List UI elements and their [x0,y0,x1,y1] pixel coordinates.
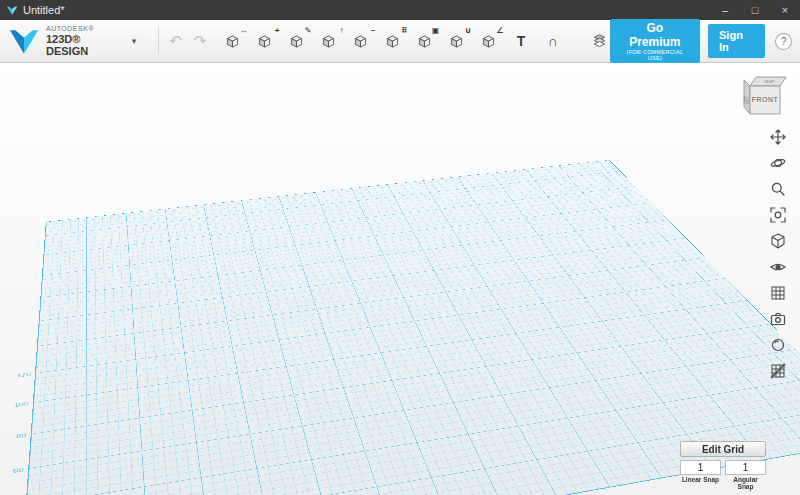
help-button[interactable]: ? [775,33,792,50]
view-cube-front-label: FRONT [752,96,779,103]
sketch-icon[interactable]: ✎ [286,30,307,52]
primitives-badge: + [275,26,280,35]
construct-badge: ↑ [339,26,343,35]
snapshot-icon[interactable] [769,310,787,328]
autodesk-123d-logo-icon [8,28,40,55]
view-cube-mode-icon[interactable] [769,232,787,250]
redo-icon[interactable]: ↷ [194,32,207,50]
transform-icon[interactable]: ↔ [222,30,243,52]
edit-grid-button[interactable]: Edit Grid [680,441,766,457]
modify-badge: ~ [371,26,376,35]
y-axis-label: 100 [10,400,29,408]
primitives-icon[interactable]: + [254,30,275,52]
material-icon[interactable] [589,30,609,52]
angular-snap-label: Angular Snap [725,476,766,490]
construct-icon[interactable]: ↑ [318,30,339,52]
orbit-icon[interactable] [769,154,787,172]
zoom-fit-icon[interactable] [769,206,787,224]
tool-group: ↔ + ✎ [222,30,563,52]
undo-icon[interactable]: ↶ [169,32,182,50]
brand: AUTODESK® 123D® DESIGN [8,25,122,57]
snap-icon[interactable]: ∩ [542,30,563,52]
sketch-badge: ✎ [305,26,312,35]
view-cube[interactable]: FRONT TOP LEFT [732,70,788,122]
combine-icon[interactable]: ∪ [446,30,467,52]
go-premium-label: Go Premium [620,22,690,50]
close-button[interactable]: × [770,0,800,20]
go-premium-button[interactable]: Go Premium (FOR COMMERCIAL USE) [610,19,700,64]
window-title: Untitled* [23,4,65,16]
combine-badge: ∪ [465,26,472,35]
toolbar-divider [158,28,159,54]
viewport-canvas[interactable]: 20 40 60 80 100 120 20 40 60 80 100 120 [0,63,800,495]
app-logo-icon [6,5,18,16]
brand-line-autodesk: AUTODESK® [46,25,122,33]
maximize-button[interactable]: □ [740,0,770,20]
visibility-icon[interactable] [769,258,787,276]
modify-icon[interactable]: ~ [350,30,371,52]
sign-in-button[interactable]: Sign In [708,24,765,58]
linear-snap-input[interactable] [680,460,721,475]
grid-toggle-icon[interactable] [769,362,787,380]
zoom-icon[interactable] [769,180,787,198]
minimize-button[interactable]: – [710,0,740,20]
wireframe-icon[interactable] [769,284,787,302]
grouping-badge: ▣ [432,26,440,35]
main-toolbar: AUTODESK® 123D® DESIGN ▾ ↶ ↷ ↔ [0,20,800,63]
transform-badge: ↔ [239,26,247,35]
text-icon[interactable]: T [510,30,531,52]
history-buttons: ↶ ↷ [169,32,206,50]
grouping-icon[interactable]: ▣ [414,30,435,52]
view-cube-left-label: LEFT [743,96,749,104]
go-premium-sublabel: (FOR COMMERCIAL USE) [620,49,690,61]
pan-icon[interactable] [769,128,787,146]
pattern-icon[interactable]: ⠿ [382,30,403,52]
measure-icon[interactable]: ∠ [478,30,499,52]
y-axis-label: 120 [13,371,32,379]
y-axis-label: 60 [3,466,24,476]
view-toolbar [769,128,787,380]
brand-text: AUTODESK® 123D® DESIGN [46,25,122,57]
pattern-badge: ⠿ [401,26,407,35]
linear-snap-label: Linear Snap [680,476,721,490]
grid-panel: Edit Grid Linear Snap Angular Snap [680,439,766,491]
brand-line-123d-design: 123D® DESIGN [46,33,122,57]
y-axis-label: 80 [6,432,26,441]
title-bar: Untitled* – □ × [0,0,800,20]
measure-badge: ∠ [496,26,503,35]
material-mode-icon[interactable] [769,336,787,354]
app-window: Untitled* – □ × AUTODESK® 123D® DESIGN ▾… [0,0,800,495]
angular-snap-input[interactable] [725,460,766,475]
window-controls: – □ × [710,0,800,20]
main-menu-chevron-icon[interactable]: ▾ [132,36,137,46]
